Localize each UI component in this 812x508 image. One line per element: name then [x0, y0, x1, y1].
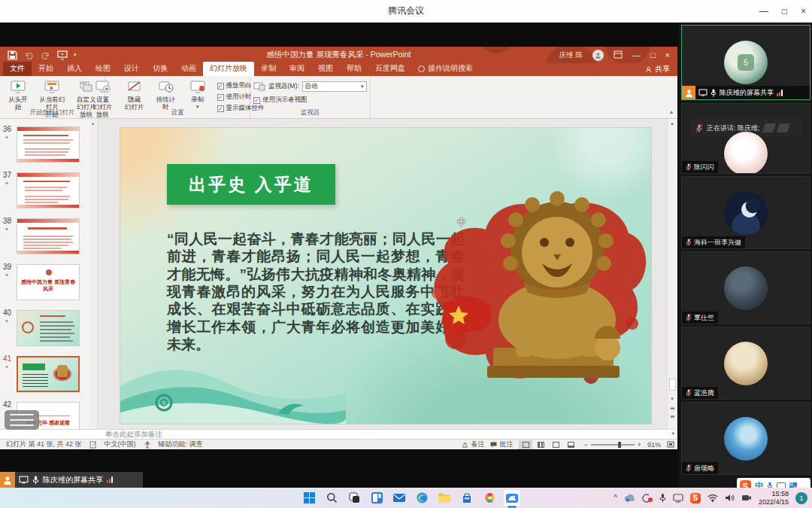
- camera-tray-icon[interactable]: [741, 494, 752, 502]
- tab-file[interactable]: 文件: [3, 62, 32, 76]
- close-button[interactable]: ×: [801, 6, 806, 17]
- scroll-down-icon[interactable]: ▾: [668, 396, 677, 402]
- tencent-meeting-taskbar-icon[interactable]: [504, 490, 520, 506]
- qat-dropdown-icon[interactable]: ▾: [74, 53, 77, 56]
- notification-count-badge[interactable]: 1: [795, 492, 807, 504]
- tray-expand-icon[interactable]: ^: [614, 494, 617, 502]
- pinwheel-app-icon[interactable]: [481, 490, 498, 506]
- notes-resize-arrows[interactable]: ▴: [671, 430, 674, 436]
- slide-title-box[interactable]: 出乎史 入乎道: [167, 164, 335, 205]
- comments-toggle-button[interactable]: 批注: [490, 440, 513, 449]
- meeting-floating-widget[interactable]: [5, 410, 39, 430]
- zoom-slider-thumb[interactable]: [618, 442, 621, 448]
- edge-browser-icon[interactable]: [414, 490, 430, 506]
- task-view-icon[interactable]: [346, 490, 362, 506]
- tell-me-search[interactable]: 操作说明搜索: [412, 62, 479, 76]
- slide-vertical-scrollbar[interactable]: ▴ ▾ ▴▴ ▾▾: [667, 119, 677, 429]
- recording-tray-icon[interactable]: [642, 494, 653, 503]
- scroll-up-icon[interactable]: ▴: [668, 120, 677, 126]
- microsoft-store-icon[interactable]: [459, 490, 475, 506]
- wifi-icon[interactable]: [707, 494, 718, 502]
- video-tile[interactable]: 蓝浩腾: [681, 327, 810, 400]
- cast-tray-icon[interactable]: [673, 494, 683, 503]
- ribbon-display-options-icon[interactable]: [614, 50, 623, 60]
- accessibility-label[interactable]: 辅助功能: 调查: [159, 440, 203, 449]
- slide-37-thumb[interactable]: [17, 172, 80, 208]
- ppt-restore-button[interactable]: □: [650, 50, 656, 59]
- redo-icon[interactable]: [41, 50, 50, 60]
- language-label[interactable]: 中文(中国): [105, 440, 136, 449]
- maximize-button[interactable]: □: [782, 6, 787, 17]
- notes-placeholder[interactable]: 单击此处添加备注: [0, 430, 162, 440]
- spell-check-icon[interactable]: [89, 441, 97, 449]
- mail-icon[interactable]: [391, 490, 408, 506]
- screen-share-indicator[interactable]: 陈庆维的屏幕共享: [0, 472, 143, 488]
- ppt-account-avatar[interactable]: [592, 50, 604, 61]
- slide-sorter-view-button[interactable]: [534, 440, 547, 449]
- ppt-account-name[interactable]: 庆维 陈: [559, 50, 583, 60]
- thumbnail-item[interactable]: 38✦: [0, 217, 90, 259]
- collapse-ribbon-icon[interactable]: ▴: [670, 108, 673, 115]
- record-button[interactable]: 录制 ▾: [183, 78, 213, 111]
- thumbnail-item[interactable]: 39✦ 感悟中国力量 展现青春风采: [0, 263, 90, 305]
- file-explorer-icon[interactable]: [436, 490, 453, 506]
- slide-41-editing-surface[interactable]: 出乎史 入乎道 “同人民一起奋斗，青春才能亮丽；同人民一起前进，青春才能昂扬；同…: [120, 128, 651, 424]
- slide-40-thumb[interactable]: [17, 310, 80, 346]
- tab-insert[interactable]: 插入: [60, 62, 89, 76]
- zoom-slider[interactable]: [591, 444, 635, 446]
- widgets-icon[interactable]: [368, 490, 385, 506]
- zoom-in-button[interactable]: +: [638, 441, 641, 449]
- zoom-percentage[interactable]: 91%: [647, 441, 661, 449]
- mic-tray-icon[interactable]: [659, 493, 666, 503]
- tray-clock[interactable]: 15:582022/4/15: [759, 490, 789, 506]
- slideshow-view-button[interactable]: [564, 440, 577, 449]
- zoom-out-button[interactable]: −: [583, 441, 587, 449]
- slide-39-thumb[interactable]: 感悟中国力量 展现青春风采: [17, 264, 80, 300]
- thumbnail-item-selected[interactable]: 41✦: [0, 354, 90, 397]
- cloud-tray-icon[interactable]: [624, 494, 635, 502]
- share-button[interactable]: 共享: [645, 64, 670, 75]
- tab-draw[interactable]: 绘图: [89, 62, 117, 76]
- previous-slide-button[interactable]: ▴▴: [668, 405, 677, 411]
- slide-36-thumb[interactable]: [17, 126, 80, 163]
- tab-home[interactable]: 开始: [32, 62, 60, 76]
- undo-icon[interactable]: [24, 50, 34, 60]
- next-slide-button[interactable]: ▾▾: [668, 414, 677, 420]
- notes-toggle-button[interactable]: 备注: [462, 440, 484, 449]
- video-tile[interactable]: 海科一班李兴健: [681, 176, 810, 249]
- video-tile[interactable]: 唐颂略: [681, 402, 810, 475]
- video-tile[interactable]: 正在讲话: 陈庆维; 陈闪闪: [681, 103, 810, 174]
- minimize-button[interactable]: —: [759, 6, 768, 17]
- tab-help[interactable]: 帮助: [340, 62, 368, 76]
- tab-record[interactable]: 录制: [254, 62, 283, 76]
- slide-41-thumb[interactable]: [17, 356, 80, 392]
- notes-pane[interactable]: 单击此处添加备注 ▴: [0, 429, 677, 439]
- thumbnail-scrollbar[interactable]: ▴: [89, 119, 96, 429]
- normal-view-button[interactable]: [519, 440, 532, 449]
- thumbnail-item[interactable]: 37✦: [0, 171, 90, 213]
- speaker-icon[interactable]: [725, 494, 735, 502]
- tab-baidu-netdisk[interactable]: 百度网盘: [368, 62, 412, 76]
- search-icon[interactable]: [323, 490, 340, 506]
- tab-review[interactable]: 审阅: [283, 62, 311, 76]
- fit-to-window-icon[interactable]: [667, 441, 674, 448]
- scrollbar-thumb[interactable]: [669, 379, 676, 391]
- use-presenter-view-checkbox[interactable]: 使用演示者视图: [253, 96, 308, 105]
- tab-view[interactable]: 视图: [311, 62, 340, 76]
- reading-view-button[interactable]: [549, 440, 562, 449]
- ppt-close-button[interactable]: ×: [665, 50, 670, 59]
- save-icon[interactable]: [8, 50, 17, 60]
- start-slideshow-icon[interactable]: [57, 50, 67, 60]
- video-tile-screen-share[interactable]: 5 陈庆维的屏幕共享: [681, 25, 810, 100]
- video-tile[interactable]: 覃仕竺: [681, 251, 810, 324]
- monitor-select[interactable]: 自动▾: [302, 81, 367, 92]
- tab-transitions[interactable]: 切换: [146, 62, 174, 76]
- thumbnail-item[interactable]: 36✦: [0, 125, 90, 167]
- tab-design[interactable]: 设计: [117, 62, 146, 76]
- tab-animations[interactable]: 动画: [174, 62, 203, 76]
- ppt-minimize-button[interactable]: —: [632, 50, 641, 59]
- thumbnail-item[interactable]: 40✦: [0, 309, 90, 351]
- tab-slideshow-active[interactable]: 幻灯片放映: [203, 62, 254, 76]
- sogou-tray-icon[interactable]: S: [690, 493, 701, 503]
- slide-38-thumb[interactable]: [17, 218, 80, 254]
